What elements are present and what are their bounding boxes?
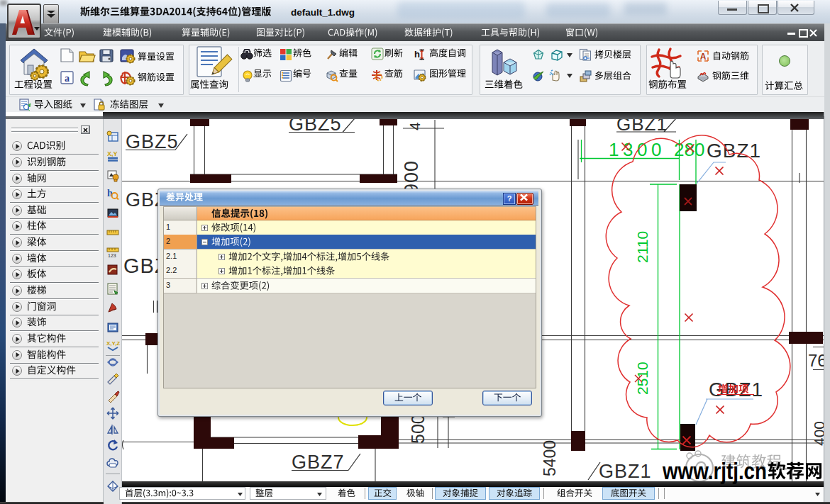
svg-text:400: 400	[811, 421, 824, 446]
svg-text:2110: 2110	[634, 231, 651, 263]
svg-text:www.rjtj.cn: www.rjtj.cn	[662, 457, 767, 484]
svg-text:GBZ1: GBZ1	[599, 461, 652, 482]
svg-text:76: 76	[808, 351, 824, 370]
svg-text:4: 4	[406, 122, 423, 130]
svg-text:GBZ1: GBZ1	[616, 119, 668, 135]
svg-text:5400: 5400	[541, 440, 559, 476]
svg-text:a: a	[65, 73, 70, 84]
svg-text:X,Y,Z: X,Y,Z	[106, 340, 120, 347]
svg-text:1300: 1300	[609, 139, 665, 160]
svg-text:h: h	[414, 49, 420, 60]
svg-text:A: A	[700, 52, 707, 62]
svg-text:GBZ7: GBZ7	[292, 452, 345, 473]
svg-text:123: 123	[108, 253, 116, 258]
svg-text:X,Y: X,Y	[107, 150, 118, 157]
svg-text:500: 500	[408, 414, 428, 444]
svg-text:2510: 2510	[634, 362, 651, 395]
svg-text:GBZ5: GBZ5	[126, 131, 179, 152]
svg-text:GBZ1: GBZ1	[707, 140, 761, 162]
